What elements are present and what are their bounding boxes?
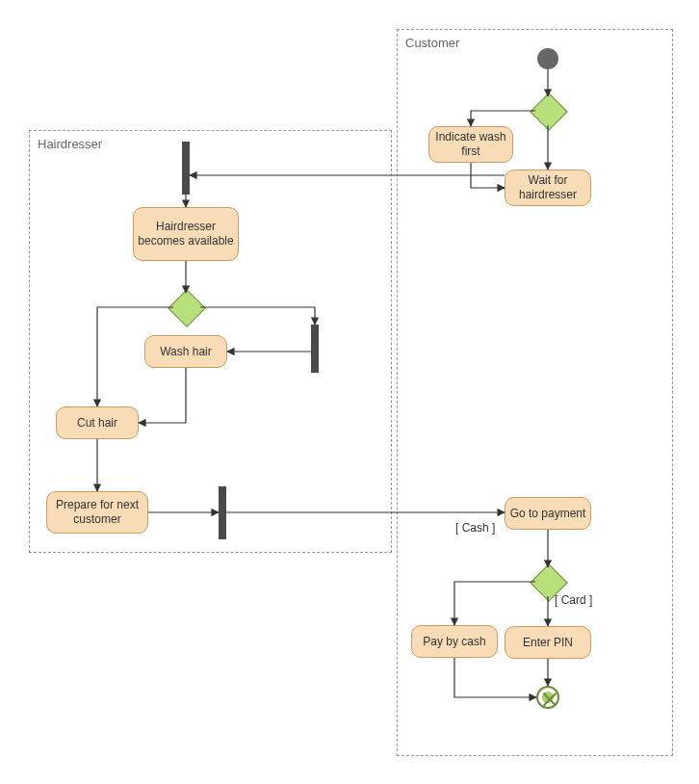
activity-prepare-next: Prepare for next customer bbox=[46, 491, 148, 534]
activity-indicate-wash-first: Indicate wash first bbox=[428, 126, 513, 163]
join-bar-1 bbox=[219, 486, 226, 539]
activity-wait-for-hairdresser: Wait for hairdresser bbox=[505, 170, 591, 206]
activity-cut-hair: Cut hair bbox=[56, 406, 139, 439]
swimlane-customer-label: Customer bbox=[405, 36, 459, 50]
guard-card: [ Card ] bbox=[555, 593, 592, 607]
initial-node bbox=[537, 48, 558, 69]
activity-diagram: Hairdresser Customer Indicate wash first… bbox=[0, 0, 699, 784]
activity-pay-by-cash: Pay by cash bbox=[411, 625, 498, 658]
activity-enter-pin: Enter PIN bbox=[505, 626, 591, 659]
swimlane-hairdresser-label: Hairdresser bbox=[38, 137, 102, 151]
fork-bar-2 bbox=[311, 325, 319, 373]
guard-cash: [ Cash ] bbox=[455, 521, 495, 535]
fork-bar-1 bbox=[182, 142, 190, 195]
activity-go-to-payment: Go to payment bbox=[505, 497, 591, 530]
activity-hairdresser-available: Hairdresser becomes available bbox=[133, 207, 239, 261]
final-node bbox=[536, 686, 559, 709]
activity-wash-hair: Wash hair bbox=[144, 335, 227, 368]
